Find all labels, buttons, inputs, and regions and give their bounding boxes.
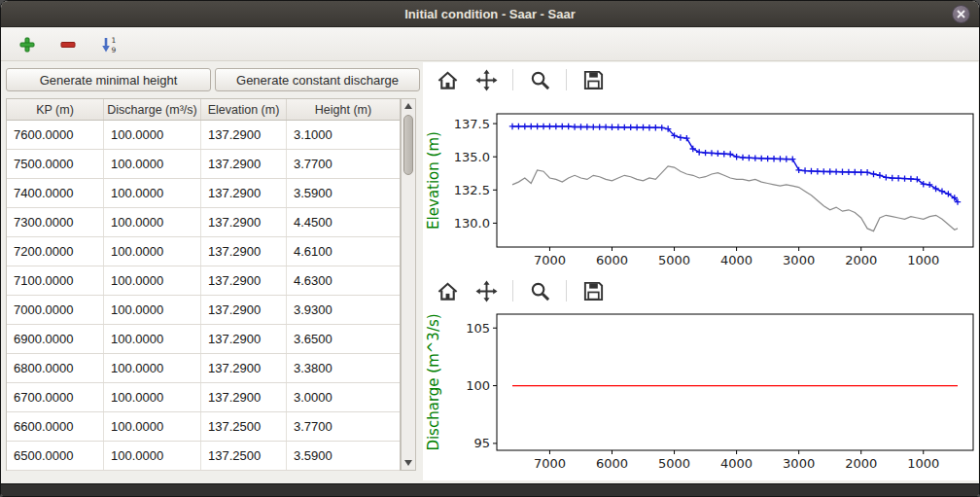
generate-constant-discharge-button[interactable]: Generate constant discharge [215, 68, 420, 91]
table-cell[interactable]: 6500.0000 [7, 442, 104, 470]
save-button[interactable] [580, 278, 606, 303]
plot-area[interactable] [497, 114, 973, 247]
table-cell[interactable]: 6700.0000 [7, 383, 104, 411]
add-row-button[interactable] [15, 32, 40, 57]
home-button[interactable] [435, 278, 460, 303]
table-cell[interactable]: 6900.0000 [7, 325, 104, 353]
table-row[interactable]: 6500.0000100.0000137.25003.5900 [7, 442, 400, 471]
table-cell[interactable]: 7500.0000 [7, 150, 104, 178]
y-tick-label: 95 [473, 436, 490, 450]
table-row[interactable]: 6800.0000100.0000137.29003.3800 [7, 354, 400, 383]
discharge-chart[interactable]: 700060005000400030002000100010510095Disc… [423, 304, 978, 476]
table-cell[interactable]: 6600.0000 [7, 412, 104, 441]
table-cell[interactable]: 137.2900 [201, 325, 287, 353]
zoom-button[interactable] [527, 67, 552, 92]
table-cell[interactable]: 3.6500 [287, 325, 400, 353]
table-cell[interactable]: 4.6100 [287, 237, 400, 266]
x-tick-label: 4000 [720, 253, 752, 267]
close-button[interactable] [952, 5, 970, 23]
table-row[interactable]: 7100.0000100.0000137.29004.6300 [7, 266, 400, 296]
table-cell[interactable]: 100.0000 [104, 383, 201, 411]
table-cell[interactable]: 137.2900 [201, 121, 287, 149]
table-cell[interactable]: 100.0000 [104, 179, 201, 207]
table-cell[interactable]: 137.2900 [201, 208, 287, 236]
table-row[interactable]: 7600.0000100.0000137.29003.1000 [7, 121, 400, 150]
table-cell[interactable]: 4.6300 [287, 266, 400, 295]
table-cell[interactable]: 100.0000 [104, 412, 201, 441]
table-cell[interactable]: 7400.0000 [7, 179, 104, 207]
table-cell[interactable]: 100.0000 [104, 266, 201, 295]
x-tick-label: 6000 [596, 253, 628, 267]
table-cell[interactable]: 137.2500 [201, 442, 287, 470]
x-tick-label: 7000 [534, 456, 566, 471]
pan-button[interactable] [473, 67, 499, 92]
table-row[interactable]: 6700.0000100.0000137.29003.0000 [7, 383, 400, 412]
column-header[interactable]: Height (m) [287, 99, 400, 120]
table-row[interactable]: 7300.0000100.0000137.29004.4500 [7, 208, 400, 237]
column-header[interactable]: KP (m) [7, 99, 104, 120]
table-cell[interactable]: 100.0000 [104, 150, 201, 178]
svg-text:1: 1 [112, 36, 117, 45]
toolbar-separator [566, 280, 567, 302]
table-cell[interactable]: 100.0000 [104, 325, 201, 353]
table-cell[interactable]: 7300.0000 [7, 208, 104, 236]
table-row[interactable]: 7000.0000100.0000137.29003.9300 [7, 296, 400, 325]
y-tick-label: 105 [466, 321, 490, 336]
zoom-button[interactable] [527, 278, 552, 303]
home-button[interactable] [435, 67, 460, 92]
table-cell[interactable]: 100.0000 [104, 237, 201, 266]
table-cell[interactable]: 3.7700 [287, 412, 400, 441]
table-cell[interactable]: 137.2900 [201, 296, 287, 324]
table-cell[interactable]: 137.2900 [201, 150, 287, 178]
column-header[interactable]: Elevation (m) [201, 99, 287, 120]
table-cell[interactable]: 7200.0000 [7, 237, 104, 266]
table-cell[interactable]: 3.7700 [287, 150, 400, 178]
table-row[interactable]: 7500.0000100.0000137.29003.7700 [7, 150, 400, 179]
table-row[interactable]: 7400.0000100.0000137.29003.5900 [7, 179, 400, 208]
table-cell[interactable]: 100.0000 [104, 121, 201, 149]
table-cell[interactable]: 137.2900 [201, 383, 287, 411]
save-button[interactable] [580, 67, 606, 92]
table-row[interactable]: 7200.0000100.0000137.29004.6100 [7, 237, 400, 266]
table-cell[interactable]: 137.2900 [201, 179, 287, 207]
table-cell[interactable]: 100.0000 [104, 296, 201, 324]
table-cell[interactable]: 7000.0000 [7, 296, 104, 324]
table-row[interactable]: 6900.0000100.0000137.29003.6500 [7, 325, 400, 354]
column-header[interactable]: Discharge (m³/s) [104, 99, 201, 120]
table-row[interactable]: 6600.0000100.0000137.25003.7700 [7, 412, 400, 442]
x-tick-label: 5000 [658, 253, 690, 267]
table-cell[interactable]: 3.5900 [287, 179, 400, 207]
table-cell[interactable]: 3.9300 [287, 296, 400, 324]
table-scrollbar[interactable] [401, 98, 416, 471]
scrollbar-thumb[interactable] [403, 115, 413, 175]
table-cell[interactable]: 7600.0000 [7, 121, 104, 149]
table-cell[interactable]: 137.2900 [201, 237, 287, 266]
table-cell[interactable]: 4.4500 [287, 208, 400, 236]
remove-row-button[interactable] [55, 32, 81, 57]
main-toolbar: 1 9 [1, 28, 979, 61]
elevation-chart[interactable]: 7000600050004000300020001000137.5135.013… [423, 98, 978, 273]
table-cell[interactable]: 3.1000 [287, 121, 400, 149]
scroll-down-button[interactable] [402, 456, 415, 470]
titlebar[interactable]: Initial condition - Saar - Saar [1, 1, 979, 27]
table-cell[interactable]: 100.0000 [104, 442, 201, 470]
table-cell[interactable]: 137.2500 [201, 412, 287, 441]
table-cell[interactable]: 3.0000 [287, 383, 400, 411]
sort-button[interactable]: 1 9 [96, 32, 122, 57]
plot-area[interactable] [497, 314, 973, 450]
scroll-up-button[interactable] [402, 99, 415, 113]
table-cell[interactable]: 6800.0000 [7, 354, 104, 382]
pan-icon [475, 69, 498, 91]
table-cell[interactable]: 100.0000 [104, 354, 201, 382]
table-cell[interactable]: 3.3800 [287, 354, 400, 382]
table-cell[interactable]: 137.2900 [201, 354, 287, 382]
x-tick-label: 1000 [907, 253, 939, 267]
table-cell[interactable]: 7100.0000 [7, 266, 104, 295]
x-tick-label: 5000 [658, 456, 690, 471]
y-axis-label: Elevation (m) [425, 131, 442, 230]
table-cell[interactable]: 100.0000 [104, 208, 201, 236]
pan-button[interactable] [473, 278, 499, 303]
generate-minimal-height-button[interactable]: Generate minimal height [6, 68, 211, 91]
table-cell[interactable]: 3.5900 [287, 442, 400, 470]
table-cell[interactable]: 137.2900 [201, 266, 287, 295]
